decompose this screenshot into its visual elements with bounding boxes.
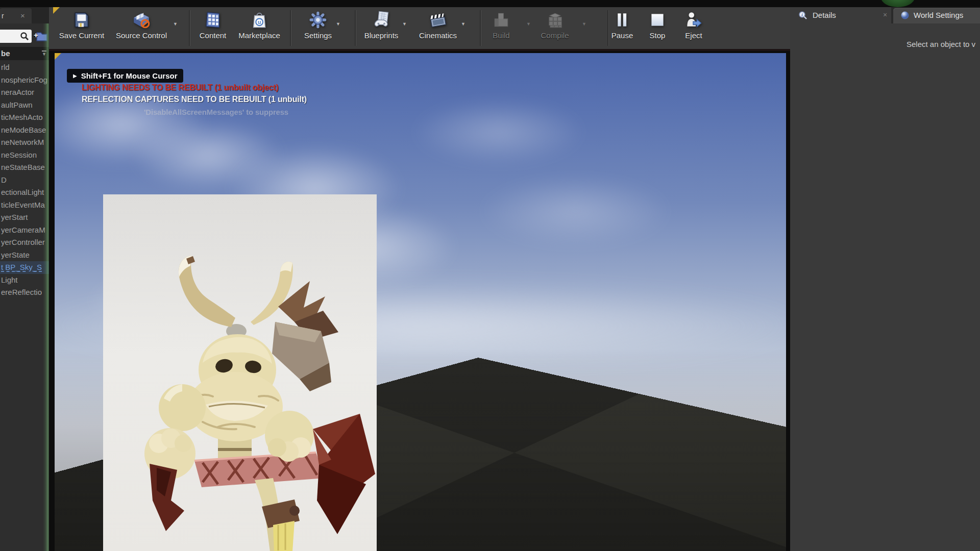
outliner-row[interactable]: neStateBase	[0, 161, 49, 174]
outliner-row[interactable]: aultPawn	[0, 99, 49, 112]
eject-icon	[684, 10, 703, 30]
outliner-row[interactable]: D	[0, 174, 49, 187]
outliner-row[interactable]: nosphericFog	[0, 74, 49, 87]
content-browser-icon	[203, 10, 223, 30]
build-button[interactable]: Build	[492, 10, 511, 40]
blueprints-icon	[372, 10, 391, 30]
toolbar-separator	[189, 10, 190, 46]
skeletal-monster-figure	[141, 245, 376, 551]
save-current-button[interactable]: Save Current	[59, 10, 104, 40]
eject-button[interactable]: Eject	[684, 10, 703, 40]
cursor-arrow-icon: ▶	[73, 73, 77, 79]
main-toolbar: Save Current Source Control ▼	[49, 7, 790, 51]
marketplace-icon: u	[250, 10, 269, 30]
details-empty-text: Select an object to v	[906, 40, 975, 48]
outliner-row[interactable]: neSession	[0, 149, 49, 162]
green-indicator-fragment	[881, 0, 915, 7]
source-control-dropdown-icon[interactable]: ▼	[173, 21, 178, 27]
settings-gear-icon	[308, 10, 328, 30]
content-button[interactable]: Content	[200, 10, 227, 40]
viewport-corner-marker	[55, 53, 61, 60]
compile-cubes-icon	[545, 10, 565, 30]
toolbar-separator	[607, 10, 608, 46]
pause-button[interactable]: Pause	[611, 10, 633, 40]
outliner-row[interactable]: yerController	[0, 236, 49, 249]
world-globe-icon	[900, 11, 910, 20]
build-blocks-icon	[492, 10, 511, 30]
outliner-row[interactable]: t BP_Sky_S	[0, 261, 49, 274]
cinematics-clapper-icon	[428, 10, 448, 30]
outliner-row[interactable]: ticleEventMa	[0, 199, 49, 212]
blueprints-dropdown-icon[interactable]: ▼	[402, 21, 407, 27]
marketplace-button[interactable]: u Marketplace	[238, 10, 280, 40]
outliner-tab-bar: r ×	[0, 7, 49, 23]
toolbar-corner-marker	[53, 7, 60, 14]
blueprints-button[interactable]: Blueprints	[364, 10, 399, 40]
toolbar-separator	[480, 10, 481, 46]
cinematics-button[interactable]: Cinematics	[419, 10, 457, 40]
source-control-button[interactable]: Source Control	[116, 10, 167, 40]
outliner-row[interactable]: neraActor	[0, 86, 49, 99]
outliner-search-input[interactable]	[0, 30, 32, 43]
mouse-cursor-hint: ▶ Shift+F1 for Mouse Cursor	[67, 69, 183, 83]
outliner-row[interactable]: yerStart	[0, 211, 49, 224]
stop-button[interactable]: Stop	[648, 10, 667, 40]
outliner-row[interactable]: rld	[0, 61, 49, 74]
pie-focus-glow	[43, 23, 49, 551]
toolbar-separator	[355, 10, 356, 46]
outliner-tab-label: r	[2, 12, 4, 20]
outliner-row[interactable]: ereReflectio	[0, 286, 49, 299]
outliner-column-header[interactable]: be ▼	[0, 47, 49, 60]
save-icon	[72, 10, 91, 30]
build-dropdown-icon[interactable]: ▼	[526, 21, 531, 27]
unreal-editor-window: r × + be ▼ rld nosphericFog	[0, 0, 980, 551]
outliner-row[interactable]: neNetworkM	[0, 136, 49, 149]
close-icon[interactable]: ×	[883, 11, 887, 19]
outliner-row[interactable]: ticMeshActo	[0, 111, 49, 124]
stop-icon	[648, 10, 667, 30]
outliner-tab[interactable]: r ×	[0, 8, 32, 23]
details-panel: i Details × World Settings Select an obj…	[790, 0, 980, 551]
lighting-rebuild-warning: LIGHTING NEEDS TO BE REBUILT (1 unbuilt …	[82, 83, 279, 92]
outliner-row[interactable]: neModeBase	[0, 124, 49, 137]
character-preview-card	[103, 194, 377, 551]
world-outliner-panel: r × + be ▼ rld nosphericFog	[0, 7, 49, 551]
details-info-icon: i	[798, 11, 807, 20]
reflection-rebuild-warning: REFLECTION CAPTURES NEED TO BE REBUILT (…	[82, 95, 307, 104]
settings-button[interactable]: Settings	[304, 10, 332, 40]
outliner-row[interactable]: ectionalLight	[0, 186, 49, 199]
details-tab-bar: i Details × World Settings	[790, 7, 980, 23]
tab-world-settings[interactable]: World Settings	[893, 8, 980, 23]
outliner-row[interactable]: yerCameraM	[0, 224, 49, 237]
search-icon	[19, 31, 30, 41]
viewport-3d[interactable]: ▶ Shift+F1 for Mouse Cursor LIGHTING NEE…	[55, 53, 786, 551]
compile-dropdown-icon[interactable]: ▼	[582, 21, 586, 27]
toolbar-separator	[290, 10, 291, 46]
cinematics-dropdown-icon[interactable]: ▼	[461, 21, 465, 27]
details-content: Select an object to v	[790, 23, 980, 551]
outliner-row[interactable]: yerState	[0, 249, 49, 262]
pause-icon	[612, 10, 632, 30]
close-icon[interactable]: ×	[20, 11, 25, 20]
settings-dropdown-icon[interactable]: ▼	[336, 21, 340, 27]
compile-button[interactable]: Compile	[541, 10, 569, 40]
outliner-row[interactable]: Light	[0, 274, 49, 287]
source-control-icon	[132, 10, 151, 30]
outliner-list: rld nosphericFog neraActor aultPawn ticM…	[0, 61, 49, 299]
suppress-messages-hint: 'DisableAllScreenMessages' to suppress	[144, 108, 288, 116]
svg-text:u: u	[258, 19, 261, 25]
tab-details[interactable]: i Details ×	[790, 7, 891, 23]
